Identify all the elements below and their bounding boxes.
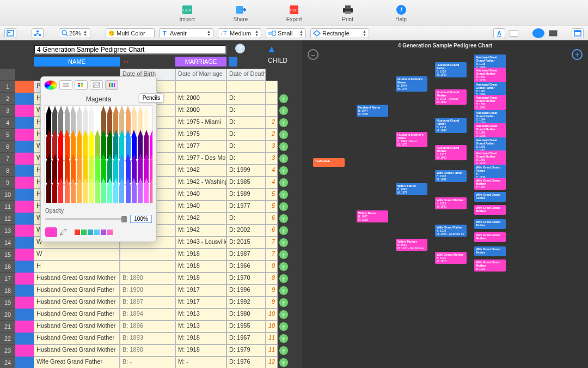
text-color-button[interactable]: A: [493, 28, 505, 38]
cell-dob[interactable]: B: 1897: [120, 297, 175, 309]
pencil-swatch[interactable]: [137, 178, 143, 202]
cell-dod[interactable]: D: 1999: [226, 165, 266, 177]
recent-color-swatch[interactable]: [88, 230, 93, 235]
eyedropper-button[interactable]: [59, 228, 67, 236]
pencil-swatch[interactable]: [119, 178, 125, 202]
pencil-swatch[interactable]: [58, 130, 64, 154]
chart-node[interactable]: Wife Great Grand Mother: [474, 232, 506, 242]
cell-dod[interactable]: [226, 81, 266, 93]
chart-node[interactable]: Husband Grand FatherB: 1920M: 1942: [435, 62, 467, 77]
cell-marriage[interactable]: M: 2000: [175, 93, 226, 105]
cell-marriage[interactable]: M: -: [175, 357, 226, 368]
pencil-swatch[interactable]: [95, 154, 101, 178]
table-row[interactable]: 15WM: 1918D: 19877+: [0, 249, 302, 261]
cell-marriage[interactable]: M: 1917: [175, 297, 226, 309]
pencil-swatch[interactable]: [107, 106, 113, 130]
cell-marriage[interactable]: M: 1940: [175, 201, 226, 213]
add-row-button[interactable]: +: [278, 165, 290, 177]
scroll-up-button[interactable]: ▲: [267, 44, 277, 55]
cell-marriage[interactable]: M: 2000: [175, 105, 226, 117]
cell-dod[interactable]: D: 1992: [226, 297, 266, 309]
cell-marriage[interactable]: M: 1943 - Lousville: [175, 237, 226, 249]
add-row-button[interactable]: +: [278, 117, 290, 129]
pencil-swatch[interactable]: [125, 178, 131, 202]
pencil-swatch[interactable]: [88, 130, 94, 154]
chart-node[interactable]: Wife Great Grand Father: [474, 192, 506, 202]
tree-button[interactable]: [32, 28, 44, 38]
opacity-value[interactable]: 100%: [130, 215, 152, 223]
add-row-button[interactable]: +: [278, 105, 290, 117]
layout-button[interactable]: [4, 28, 16, 38]
pencil-swatch[interactable]: [149, 178, 153, 202]
cell-dod[interactable]: D:: [226, 117, 266, 129]
pencil-swatch[interactable]: [149, 106, 153, 130]
cell-dod[interactable]: D:: [226, 153, 266, 165]
table-row[interactable]: 21Husband Great Grand MotherB: 1896M: 19…: [0, 321, 302, 333]
picker-tab-image[interactable]: [90, 80, 103, 90]
table-row[interactable]: 23Husband Great Grand MotherB: 1890M: 19…: [0, 345, 302, 357]
text-size-select[interactable]: TT Medium ▲▼: [218, 28, 261, 38]
pencil-swatch[interactable]: [46, 178, 52, 202]
pencil-swatch[interactable]: [58, 154, 64, 178]
pencil-swatch[interactable]: [46, 130, 52, 154]
chart-node[interactable]: Wife Great Grand MotherB: 1920: [474, 260, 506, 272]
cell-dod[interactable]: D: 1967: [226, 333, 266, 345]
table-row[interactable]: 19Husband Great Grand MotherB: 1897M: 19…: [0, 297, 302, 309]
pencil-swatch[interactable]: [119, 154, 125, 178]
recent-color-swatch[interactable]: [94, 230, 100, 235]
pencil-swatch[interactable]: [82, 154, 88, 178]
add-row-button[interactable]: +: [278, 357, 290, 368]
chart-node[interactable]: Wife Grand FatherB: 1920M: 1942: [435, 170, 467, 182]
pencil-swatch[interactable]: [143, 178, 149, 202]
cell-dod[interactable]: D: 1985: [226, 177, 266, 189]
print-button[interactable]: Print: [340, 3, 356, 22]
pencil-swatch[interactable]: [131, 154, 137, 178]
pencil-swatch[interactable]: [46, 154, 52, 178]
cell-marriage[interactable]: M: 1913: [175, 321, 226, 333]
cell-dob[interactable]: B: 1900: [120, 285, 175, 297]
pencil-swatch[interactable]: [107, 130, 113, 154]
recent-color-swatch[interactable]: [107, 230, 113, 235]
chart-node[interactable]: Wife Grand MotherB: 1923M: 1942: [435, 197, 467, 209]
chart-node[interactable]: Wife Great Grand MotherB: 1900: [474, 178, 506, 190]
fill-color-swatch[interactable]: [549, 30, 558, 37]
add-row-button[interactable]: +: [278, 333, 290, 345]
add-row-button[interactable]: +: [278, 249, 290, 261]
cell-dob[interactable]: [120, 249, 175, 261]
chart-node[interactable]: Husband Great Grand MotherB: 1890D: 1979: [474, 150, 506, 166]
picker-tab-wheel[interactable]: [44, 80, 57, 90]
cell-dob[interactable]: B: 1894: [120, 309, 175, 321]
pencil-swatch[interactable]: [131, 130, 137, 154]
table-row[interactable]: 22Husband Great Grand FatherB: 1893M: 19…: [0, 333, 302, 345]
pencil-swatch[interactable]: [101, 130, 107, 154]
pencil-swatch[interactable]: [131, 178, 137, 202]
add-row-button[interactable]: +: [278, 237, 290, 249]
pencil-swatch[interactable]: [95, 106, 101, 130]
cell-dod[interactable]: D: 1955: [226, 321, 266, 333]
pencil-swatch[interactable]: [76, 106, 82, 130]
pencil-swatch[interactable]: [125, 130, 131, 154]
pencil-swatch[interactable]: [143, 154, 149, 178]
chart-node[interactable]: Wife Grand FatherB: 1919M: 1943 - Louisv…: [435, 225, 467, 237]
pencil-swatch[interactable]: [88, 178, 94, 202]
cell-name[interactable]: Husband Great Grand Mother: [34, 321, 120, 333]
add-row-button[interactable]: +: [278, 225, 290, 237]
cell-dod[interactable]: D:: [226, 213, 266, 225]
opacity-slider[interactable]: [45, 218, 127, 220]
chart-node[interactable]: PEDIGREE: [313, 158, 345, 167]
cell-name[interactable]: Wife Great Grand Father: [34, 357, 120, 368]
pencil-swatch[interactable]: [113, 130, 119, 154]
cell-dod[interactable]: D: 1976: [226, 357, 266, 368]
add-row-button[interactable]: +: [278, 309, 290, 321]
cell-marriage[interactable]: M: 1942 - Washing: [175, 177, 226, 189]
cell-dod[interactable]: D:: [226, 93, 266, 105]
pencil-swatch[interactable]: [137, 130, 143, 154]
table-row[interactable]: 24Wife Great Grand FatherB: -M: -D: 1976…: [0, 357, 302, 368]
add-row-button[interactable]: +: [278, 177, 290, 189]
cell-name[interactable]: H: [34, 261, 120, 273]
share-button[interactable]: Share: [233, 3, 248, 22]
shape-select[interactable]: Rectangle ▲▼: [310, 28, 369, 38]
help-hint-button[interactable]: ?: [235, 44, 245, 53]
chart-node[interactable]: Husband Great Grand MotherB: 1897D: 1992: [474, 95, 506, 110]
pencil-swatch[interactable]: [137, 106, 143, 130]
